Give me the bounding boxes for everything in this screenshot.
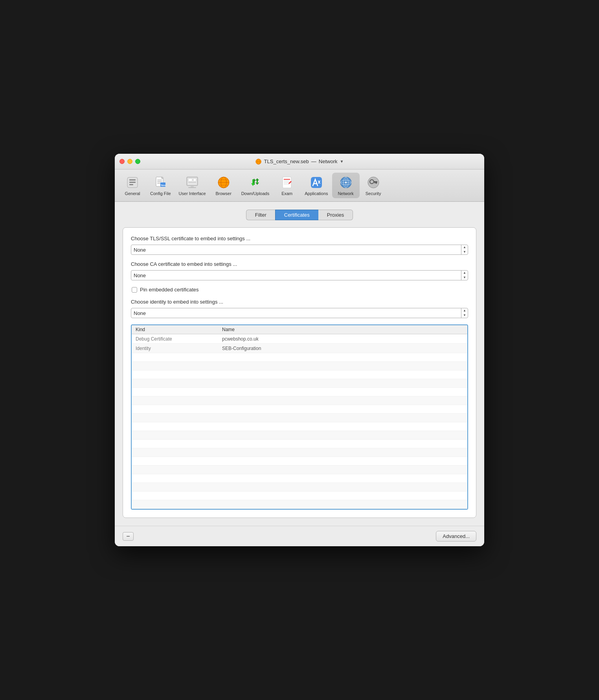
identity-label: Choose identity to embed into settings .…: [131, 299, 468, 305]
empty-row: [132, 388, 467, 396]
titlebar-title: TLS_certs_new.seb — Network ▼: [255, 158, 344, 165]
browser-icon: [216, 175, 231, 190]
table-body: Debug Certificate pcwebshop.co.uk Identi…: [132, 334, 467, 509]
svg-rect-20: [191, 186, 194, 187]
titlebar-app-icon: [255, 158, 262, 165]
identity-stepper-down[interactable]: ▼: [463, 313, 466, 318]
toolbar-label-general: General: [125, 191, 140, 196]
empty-row: [132, 405, 467, 414]
tls-dropdown-value: None: [134, 247, 146, 253]
empty-row: [132, 422, 467, 431]
toolbar-item-general[interactable]: General: [119, 173, 146, 198]
empty-row: [132, 362, 467, 370]
toolbar-item-exam[interactable]: Exam: [273, 173, 301, 198]
svg-rect-36: [284, 184, 288, 184]
close-button[interactable]: [119, 159, 125, 164]
config-file-icon: New: [153, 175, 168, 190]
ca-dropdown[interactable]: None ▲ ▼: [131, 270, 468, 280]
svg-rect-47: [376, 182, 377, 184]
identity-dropdown-stepper[interactable]: ▲ ▼: [461, 308, 468, 318]
general-icon: [125, 175, 140, 190]
toolbar-item-down-uploads[interactable]: Down/Uploads: [237, 173, 274, 198]
empty-row: [132, 440, 467, 448]
traffic-lights: [119, 159, 140, 164]
empty-row: [132, 370, 467, 379]
remove-button[interactable]: −: [123, 532, 134, 541]
table-row[interactable]: Identity SEB-Configuration: [132, 344, 467, 353]
tls-dropdown[interactable]: None ▲ ▼: [131, 245, 468, 255]
svg-rect-12: [157, 183, 160, 184]
pin-checkbox[interactable]: [132, 287, 137, 293]
toolbar-item-browser[interactable]: Browser: [210, 173, 237, 198]
tls-dropdown-stepper[interactable]: ▲ ▼: [461, 245, 468, 254]
empty-row: [132, 379, 467, 388]
ca-stepper-down[interactable]: ▼: [463, 275, 466, 280]
tls-stepper-down[interactable]: ▼: [463, 250, 466, 254]
security-icon: [366, 175, 381, 190]
ca-stepper-up[interactable]: ▲: [463, 271, 466, 275]
toolbar-label-exam: Exam: [281, 191, 292, 196]
toolbar-item-security[interactable]: Security: [360, 173, 387, 198]
ca-dropdown-stepper[interactable]: ▲ ▼: [461, 271, 468, 280]
advanced-button[interactable]: Advanced...: [436, 531, 476, 542]
toolbar-item-config-file[interactable]: New Config File: [146, 173, 175, 198]
bottom-bar: − Advanced...: [115, 526, 484, 546]
titlebar: TLS_certs_new.seb — Network ▼: [115, 154, 484, 169]
identity-section: Choose identity to embed into settings .…: [131, 299, 468, 318]
empty-rows: [132, 353, 467, 509]
toolbar-label-browser: Browser: [216, 191, 232, 196]
col-header-name: Name: [222, 327, 463, 332]
main-content: Filter Certificates Proxies Choose TLS/S…: [115, 202, 484, 526]
minimize-button[interactable]: [127, 159, 132, 164]
svg-rect-34: [284, 181, 289, 181]
toolbar-item-user-interface[interactable]: User Interface: [175, 173, 210, 198]
tls-label: Choose TLS/SSL certificate to embed into…: [131, 236, 468, 241]
toolbar-item-applications[interactable]: Applications: [301, 173, 332, 198]
table-row[interactable]: Debug Certificate pcwebshop.co.uk: [132, 334, 467, 344]
network-icon: [338, 175, 353, 190]
svg-rect-21: [188, 187, 196, 188]
empty-row: [132, 396, 467, 405]
empty-row: [132, 483, 467, 492]
identity-dropdown[interactable]: None ▲ ▼: [131, 308, 468, 318]
certificates-table: Kind Name Debug Certificate pcwebshop.co…: [131, 324, 468, 510]
svg-rect-4: [129, 179, 136, 181]
toolbar-item-network[interactable]: Network: [332, 173, 360, 198]
svg-rect-46: [373, 181, 377, 182]
toolbar-label-config-file: Config File: [150, 191, 171, 196]
tab-certificates[interactable]: Certificates: [275, 210, 318, 220]
toolbar-label-down-uploads: Down/Uploads: [241, 191, 270, 196]
toolbar-label-applications: Applications: [305, 191, 328, 196]
pin-row: Pin embedded certificates: [132, 287, 468, 293]
toolbar-label-user-interface: User Interface: [179, 191, 206, 196]
svg-text:New: New: [161, 184, 166, 186]
tab-proxies[interactable]: Proxies: [318, 210, 353, 220]
ca-label: Choose CA certificate to embed into sett…: [131, 261, 468, 267]
identity-stepper-up[interactable]: ▲: [463, 308, 466, 313]
row-0-kind: Debug Certificate: [136, 336, 222, 342]
ca-section: Choose CA certificate to embed into sett…: [131, 261, 468, 280]
user-interface-icon: [185, 175, 200, 190]
main-window: TLS_certs_new.seb — Network ▼ General: [115, 154, 484, 546]
toolbar-label-security: Security: [366, 191, 381, 196]
titlebar-separator: —: [311, 158, 316, 164]
toolbar: General New Config File: [115, 169, 484, 202]
table-header: Kind Name: [132, 325, 467, 334]
svg-rect-10: [157, 180, 162, 181]
empty-row: [132, 414, 467, 422]
svg-rect-11: [157, 181, 162, 182]
titlebar-section: Network: [319, 158, 338, 164]
svg-rect-6: [129, 184, 133, 185]
maximize-button[interactable]: [135, 159, 140, 164]
toolbar-label-network: Network: [338, 191, 353, 196]
exam-icon: [279, 175, 294, 190]
titlebar-dropdown-arrow[interactable]: ▼: [340, 159, 344, 164]
tls-stepper-up[interactable]: ▲: [463, 245, 466, 250]
svg-rect-35: [284, 182, 289, 183]
row-1-name: SEB-Configuration: [222, 346, 463, 351]
svg-rect-5: [129, 182, 136, 183]
tls-section: Choose TLS/SSL certificate to embed into…: [131, 236, 468, 255]
tab-filter[interactable]: Filter: [246, 210, 275, 220]
empty-row: [132, 466, 467, 474]
segmented-control: Filter Certificates Proxies: [123, 210, 476, 220]
